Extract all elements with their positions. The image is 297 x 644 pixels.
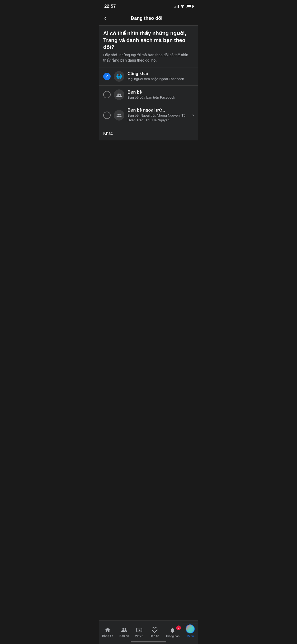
- option-friends-except-subtitle: Bạn bè; Ngoại trừ: Nhung Nguyen, Tú Uyên…: [128, 113, 190, 123]
- status-time: 22:57: [104, 4, 116, 9]
- option-public-title: Công khai: [128, 71, 194, 76]
- status-icons: [174, 5, 193, 8]
- page-title: Đang theo dõi: [107, 16, 186, 21]
- battery-icon: [186, 5, 193, 8]
- signal-icon: [174, 5, 179, 8]
- main-content: [99, 140, 198, 220]
- question-section: Ai có thể nhìn thấy những người, Trang v…: [99, 26, 198, 67]
- section-description: Hãy nhớ, những người mà bạn theo dõi có …: [103, 53, 194, 63]
- radio-public: [103, 73, 111, 80]
- header: ‹ Đang theo dõi: [99, 11, 198, 26]
- back-button[interactable]: ‹: [103, 14, 107, 22]
- option-public-subtitle: Mọi người trên hoặc ngoài Facebook: [128, 77, 194, 81]
- radio-friends: [103, 91, 111, 98]
- option-friends-except-title: Bạn bè ngoại trừ...: [128, 108, 190, 113]
- radio-friends-except: [103, 112, 111, 119]
- options-container: 🌐 Công khai Mọi người trên hoặc ngoài Fa…: [99, 67, 198, 127]
- khac-label: Khác: [103, 131, 113, 136]
- option-friends-title: Bạn bè: [128, 90, 194, 95]
- option-friends-subtitle: Bạn bè của bạn trên Facebook: [128, 95, 194, 100]
- globe-icon: 🌐: [114, 71, 124, 82]
- khac-section[interactable]: Khác: [99, 127, 198, 140]
- option-public[interactable]: 🌐 Công khai Mọi người trên hoặc ngoài Fa…: [99, 67, 198, 86]
- option-friends[interactable]: Bạn bè Bạn bè của bạn trên Facebook: [99, 86, 198, 104]
- option-friends-except[interactable]: Bạn bè ngoại trừ... Bạn bè; Ngoại trừ: N…: [99, 104, 198, 127]
- chevron-right-icon: ›: [192, 113, 194, 118]
- option-public-text: Công khai Mọi người trên hoặc ngoài Face…: [128, 71, 194, 81]
- option-friends-text: Bạn bè Bạn bè của bạn trên Facebook: [128, 90, 194, 100]
- section-heading: Ai có thể nhìn thấy những người, Trang v…: [103, 30, 194, 50]
- friends-except-icon: [114, 110, 124, 121]
- status-bar: 22:57: [99, 0, 198, 11]
- wifi-icon: [180, 5, 185, 8]
- friends-icon: [114, 89, 124, 100]
- option-friends-except-text: Bạn bè ngoại trừ... Bạn bè; Ngoại trừ: N…: [128, 108, 190, 123]
